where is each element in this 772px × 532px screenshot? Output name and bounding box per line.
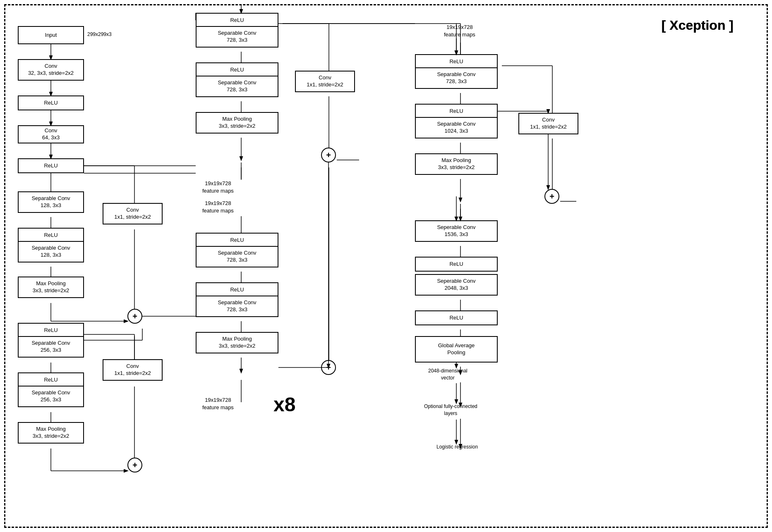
plus-circle-sc: + (321, 148, 336, 162)
node-conv-skip1: Conv1x1, stride=2x2 (103, 203, 163, 224)
node-maxpool1-label: Max Pooling3x3, stride=2x2 (33, 280, 70, 294)
node-col3-sepconv1024-label: Separable Conv1024, 3x3 (437, 121, 475, 135)
node-conv32-label: Conv32, 3x3, stride=2x2 (28, 63, 74, 77)
node-sepconv128a: Separable Conv128, 3x3 (18, 191, 84, 213)
node-col3-gap: Global AveragePooling (415, 336, 498, 363)
node-relu3-label: ReLU (44, 232, 58, 239)
node-conv-skip2: Conv1x1, stride=2x2 (103, 359, 163, 381)
node-col3-sepconv2048-label: Seperable Conv2048, 3x3 (437, 278, 475, 292)
node-relu-sc2: ReLU (196, 62, 278, 77)
node-maxpool1: Max Pooling3x3, stride=2x2 (18, 277, 84, 298)
node-conv64: Conv64, 3x3 (18, 125, 84, 143)
node-maxpool-mid-label: Max Pooling3x3, stride=2x2 (219, 336, 256, 350)
node-relu5-label: ReLU (44, 377, 58, 384)
plus-circle-col3: + (544, 189, 559, 204)
node-maxpool2-label: Max Pooling3x3, stride=2x2 (33, 426, 70, 440)
node-relu2-label: ReLU (44, 162, 58, 169)
node-col3-sepconv2048: Seperable Conv2048, 3x3 (415, 274, 498, 296)
node-sepconv728-sc2-label: Separable Conv728, 3x3 (218, 79, 256, 93)
node-relu-mid1-label: ReLU (230, 237, 244, 244)
annot-19x19-728-3: 19x19x728feature maps (202, 396, 234, 411)
node-col3-gap-label: Global AveragePooling (438, 342, 475, 356)
node-col3-relu4: ReLU (415, 310, 498, 325)
node-maxpool-sc: Max Pooling3x3, stride=2x2 (196, 112, 278, 134)
node-col3-relu3: ReLU (415, 257, 498, 272)
annot-logistic: Logistic regression (436, 444, 478, 451)
plus-sc-symbol: + (326, 150, 331, 160)
extra-lines (5, 5, 767, 527)
annot-2048-vector: 2048-dimensionalvector (428, 367, 468, 382)
node-conv32: Conv32, 3x3, stride=2x2 (18, 59, 84, 81)
node-sepconv256a-label: Separable Conv256, 3x3 (31, 340, 70, 354)
node-sepconv256b: Separable Conv256, 3x3 (18, 386, 84, 407)
node-conv64-label: Conv64, 3x3 (42, 127, 60, 141)
node-relu-sc1-label: ReLU (230, 17, 244, 24)
plus-circle1: + (127, 309, 142, 324)
node-col3-sepconv1536: Seperable Conv1536, 3x3 (415, 220, 498, 242)
diagram-title: [ Xception ] (662, 18, 734, 33)
node-relu1-label: ReLU (44, 100, 58, 107)
x8-label: x8 (273, 393, 295, 416)
node-col3-conv-skip-label: Conv1x1, stride=2x2 (530, 117, 567, 131)
node-relu-sc2-label: ReLU (230, 67, 244, 74)
node-relu5: ReLU (18, 372, 84, 387)
node-col3-sepconv728-label: Separable Conv728, 3x3 (437, 71, 475, 85)
node-col3-maxpool-label: Max Pooling3x3, stride=2x2 (438, 157, 475, 171)
node-conv-skip1-label: Conv1x1, stride=2x2 (114, 207, 151, 221)
node-col3-relu4-label: ReLU (449, 315, 463, 322)
node-conv-skip-sc: Conv1x1, stride=2x2 (295, 71, 355, 92)
input-size-annotation: 299x299x3 (87, 31, 112, 38)
node-col3-relu2: ReLU (415, 104, 498, 119)
node-sepconv728-mid2: Separable Conv728, 3x3 (196, 296, 278, 317)
plus-mid-symbol: + (326, 363, 331, 372)
plus-col3-symbol: + (549, 192, 554, 201)
plus1-symbol: + (132, 312, 137, 321)
node-relu3: ReLU (18, 228, 84, 243)
node-relu-sc1: ReLU (196, 13, 278, 28)
annot-19x19-728-1: 19x19x728feature maps (202, 180, 234, 195)
node-input-label: Input (45, 32, 57, 39)
node-maxpool-mid: Max Pooling3x3, stride=2x2 (196, 332, 278, 353)
node-maxpool2: Max Pooling3x3, stride=2x2 (18, 422, 84, 444)
node-conv-skip-sc-label: Conv1x1, stride=2x2 (307, 74, 343, 88)
node-maxpool-sc-label: Max Pooling3x3, stride=2x2 (219, 116, 256, 130)
node-col3-relu1: ReLU (415, 54, 498, 69)
node-col3-relu1-label: ReLU (449, 58, 463, 65)
node-col3-sepconv1536-label: Seperable Conv1536, 3x3 (437, 224, 475, 238)
node-relu1: ReLU (18, 95, 84, 110)
node-col3-maxpool: Max Pooling3x3, stride=2x2 (415, 153, 498, 175)
node-col3-conv-skip: Conv1x1, stride=2x2 (518, 113, 578, 134)
node-sepconv128b: Separable Conv128, 3x3 (18, 241, 84, 262)
node-sepconv728-mid1-label: Separable Conv728, 3x3 (218, 250, 256, 264)
node-sepconv728-sc2: Separable Conv728, 3x3 (196, 76, 278, 97)
node-sepconv256a: Separable Conv256, 3x3 (18, 336, 84, 358)
plus2-symbol: + (132, 460, 137, 470)
node-relu2: ReLU (18, 158, 84, 173)
annot-19x19-728-2: 19x19x728feature maps (202, 200, 234, 215)
node-relu4: ReLU (18, 323, 84, 338)
node-sepconv256b-label: Separable Conv256, 3x3 (31, 389, 70, 403)
plus-circle-mid: + (321, 360, 336, 375)
node-relu-mid2-label: ReLU (230, 286, 244, 293)
diagram-container: [ Xception ] (4, 4, 768, 528)
annot-fc: Optional fully-connectedlayers (424, 403, 477, 417)
node-relu4-label: ReLU (44, 327, 58, 334)
node-col3-relu2-label: ReLU (449, 108, 463, 115)
node-sepconv728-sc1-label: Separable Conv728, 3x3 (218, 30, 256, 44)
node-sepconv128b-label: Separable Conv128, 3x3 (31, 245, 70, 259)
node-relu-mid2: ReLU (196, 282, 278, 297)
node-col3-relu3-label: ReLU (449, 261, 463, 268)
node-sepconv728-mid2-label: Separable Conv728, 3x3 (218, 299, 256, 313)
node-col3-sepconv1024: Separable Conv1024, 3x3 (415, 117, 498, 138)
node-input: Input (18, 26, 84, 44)
node-col3-sepconv728: Separable Conv728, 3x3 (415, 67, 498, 89)
annot-col3-top: 19x19x728feature maps (444, 24, 475, 38)
node-relu-mid1: ReLU (196, 233, 278, 248)
node-sepconv728-mid1: Separable Conv728, 3x3 (196, 246, 278, 267)
node-sepconv128a-label: Separable Conv128, 3x3 (31, 195, 70, 209)
plus-circle2: + (127, 458, 142, 472)
node-conv-skip2-label: Conv1x1, stride=2x2 (114, 363, 151, 377)
connection-lines (5, 5, 767, 527)
node-sepconv728-sc1: Separable Conv728, 3x3 (196, 26, 278, 48)
